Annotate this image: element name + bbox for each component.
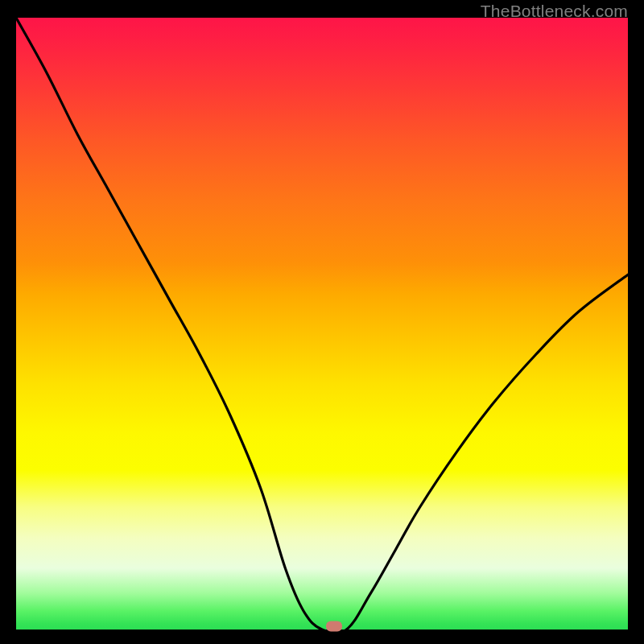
minimum-marker — [326, 621, 342, 632]
plot-area — [16, 18, 628, 630]
bottleneck-curve-path — [16, 18, 628, 630]
curve-svg — [16, 18, 628, 630]
chart-container: TheBottleneck.com — [0, 0, 644, 644]
